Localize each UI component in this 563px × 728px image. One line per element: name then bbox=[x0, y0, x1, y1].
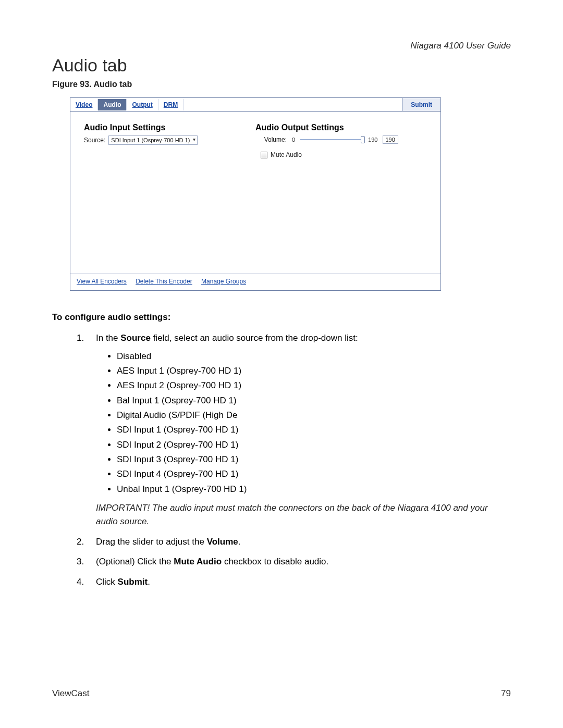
mute-label: Mute Audio bbox=[271, 151, 302, 158]
volume-min: 0 bbox=[292, 137, 295, 143]
mute-checkbox[interactable] bbox=[261, 152, 267, 158]
input-settings-column: Audio Input Settings Source: SDI Input 1… bbox=[84, 123, 255, 269]
tab-video[interactable]: Video bbox=[70, 99, 98, 110]
link-view-all-encoders[interactable]: View All Encoders bbox=[77, 278, 127, 285]
output-heading: Audio Output Settings bbox=[255, 123, 427, 132]
step-1-text-post: field, select an audio source from the d… bbox=[151, 333, 358, 343]
step-1-bold: Source bbox=[120, 333, 151, 343]
submit-button[interactable]: Submit bbox=[402, 98, 440, 111]
important-note: IMPORTANT! The audio input must match th… bbox=[96, 501, 511, 529]
option-item: Unbal Input 1 (Osprey-700 HD 1) bbox=[117, 483, 511, 496]
step-3-text-pre: (Optional) Click the bbox=[96, 557, 174, 566]
instructions: To configure audio settings: In the Sour… bbox=[52, 311, 511, 589]
tab-bar: Video Audio Output DRM Submit bbox=[70, 98, 440, 112]
option-item: AES Input 1 (Osprey-700 HD 1) bbox=[117, 364, 511, 378]
option-item: SDI Input 2 (Osprey-700 HD 1) bbox=[117, 438, 511, 452]
output-settings-column: Audio Output Settings Volume: 0 190 190 … bbox=[255, 123, 427, 269]
settings-panel: Video Audio Output DRM Submit Audio Inpu… bbox=[70, 97, 441, 291]
link-manage-groups[interactable]: Manage Groups bbox=[201, 278, 246, 285]
link-delete-this-encoder[interactable]: Delete This Encoder bbox=[136, 278, 192, 285]
option-item: SDI Input 1 (Osprey-700 HD 1) bbox=[117, 423, 511, 437]
source-options: Disabled AES Input 1 (Osprey-700 HD 1) A… bbox=[117, 350, 511, 496]
doc-header-right: Niagara 4100 User Guide bbox=[410, 41, 511, 51]
step-1: In the Source field, select an audio sou… bbox=[87, 331, 511, 528]
page-footer: ViewCast 79 bbox=[52, 688, 511, 699]
page-title: Audio tab bbox=[52, 55, 511, 76]
source-label: Source: bbox=[84, 137, 105, 144]
step-1-text-pre: In the bbox=[96, 333, 120, 343]
step-2-text-pre: Drag the slider to adjust the bbox=[96, 537, 207, 547]
step-3-bold: Mute Audio bbox=[174, 557, 222, 566]
step-4: Click Submit. bbox=[87, 575, 511, 589]
tab-drm[interactable]: DRM bbox=[158, 99, 183, 110]
step-2-bold: Volume bbox=[207, 537, 238, 547]
option-item: SDI Input 4 (Osprey-700 HD 1) bbox=[117, 467, 511, 481]
tab-audio[interactable]: Audio bbox=[98, 99, 127, 110]
slider-track bbox=[300, 139, 363, 140]
source-dropdown[interactable]: SDI Input 1 (Osprey-700 HD 1) bbox=[108, 135, 198, 145]
footer-left: ViewCast bbox=[52, 688, 90, 699]
slider-thumb[interactable] bbox=[361, 136, 365, 143]
step-2-text-post: . bbox=[238, 537, 241, 547]
option-item: Disabled bbox=[117, 350, 511, 363]
input-heading: Audio Input Settings bbox=[84, 123, 255, 132]
option-item: Digital Audio (S/PDIF (High De bbox=[117, 409, 511, 422]
volume-slider[interactable] bbox=[300, 136, 363, 143]
footer-right: 79 bbox=[501, 688, 511, 699]
step-4-bold: Submit bbox=[118, 577, 148, 587]
volume-max: 190 bbox=[368, 137, 377, 143]
step-3: (Optional) Click the Mute Audio checkbox… bbox=[87, 555, 511, 569]
option-item: SDI Input 3 (Osprey-700 HD 1) bbox=[117, 453, 511, 466]
figure-caption: Figure 93. Audio tab bbox=[52, 80, 511, 89]
step-2: Drag the slider to adjust the Volume. bbox=[87, 535, 511, 549]
panel-footer: View All Encoders Delete This Encoder Ma… bbox=[70, 273, 440, 290]
step-4-text-post: . bbox=[148, 577, 150, 587]
option-item: AES Input 2 (Osprey-700 HD 1) bbox=[117, 379, 511, 392]
volume-label: Volume: bbox=[255, 136, 287, 143]
instructions-heading: To configure audio settings: bbox=[52, 311, 511, 324]
step-3-text-post: checkbox to disable audio. bbox=[222, 557, 328, 566]
tab-output[interactable]: Output bbox=[127, 99, 158, 110]
step-4-text-pre: Click bbox=[96, 577, 118, 587]
volume-value[interactable]: 190 bbox=[383, 135, 398, 144]
option-item: Bal Input 1 (Osprey-700 HD 1) bbox=[117, 394, 511, 408]
